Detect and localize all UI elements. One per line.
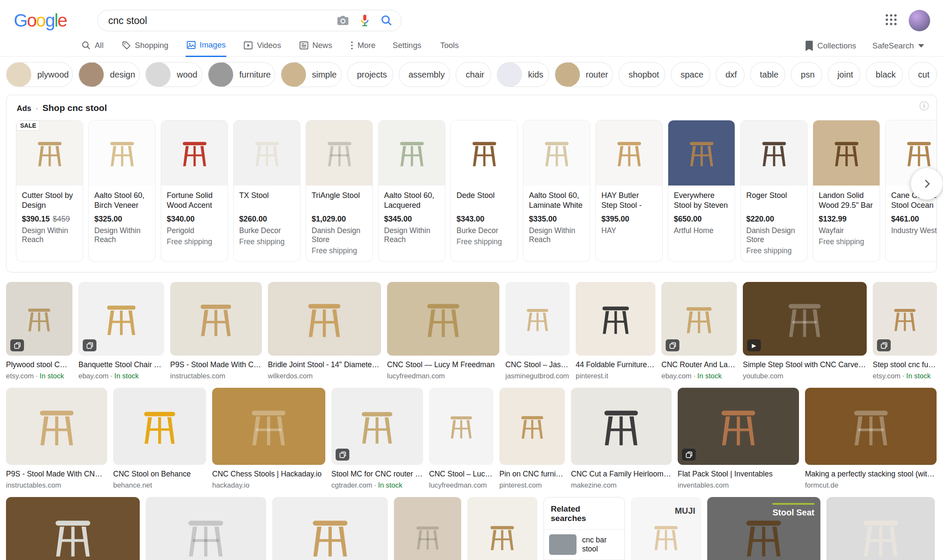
filter-chip[interactable]: simple xyxy=(281,62,342,87)
image-result[interactable]: Flat Pack Stool | Inventables inventable… xyxy=(678,388,799,489)
ad-product-image[interactable] xyxy=(89,120,155,186)
tab-images[interactable]: Images xyxy=(186,40,227,57)
ad-title[interactable]: Aalto Stool 60, Lacquered Green … xyxy=(384,191,439,211)
result-title[interactable]: CNC Stool – Jasmine … xyxy=(505,360,570,369)
result-thumbnail[interactable] xyxy=(571,388,672,465)
ad-title[interactable]: TriAngle Stool xyxy=(312,191,367,211)
camera-search-icon[interactable] xyxy=(337,15,349,26)
ad-title[interactable]: Cutter Stool by Design Within… xyxy=(22,191,77,211)
result-title[interactable]: Flat Pack Stool | Inventables xyxy=(678,470,799,479)
result-source[interactable]: pinterest.it xyxy=(576,372,608,380)
ad-card[interactable]: Aalto Stool 60, Laminate White by… $335.… xyxy=(523,120,590,262)
result-source[interactable]: lucyfreedman.com xyxy=(429,481,487,489)
result-thumbnail[interactable] xyxy=(212,388,325,465)
filter-chip[interactable]: wood xyxy=(145,62,202,87)
result-source[interactable]: etsy.com xyxy=(873,372,901,380)
result-source[interactable]: wilkerdos.com xyxy=(268,372,313,380)
result-thumbnail[interactable] xyxy=(146,497,266,560)
result-title[interactable]: CNC Cut a Family Heirloom Step Stool … xyxy=(571,470,672,479)
result-thumbnail[interactable] xyxy=(678,388,799,465)
ad-title[interactable]: Aalto Stool 60, Laminate White by… xyxy=(529,191,584,211)
ad-card[interactable]: Landon Solid Wood 29.5" Bar Stool… $132.… xyxy=(813,120,880,262)
image-result[interactable]: CRAFTMANSHIP | CNC St… thedesignwalker.i… xyxy=(467,497,538,560)
ad-title[interactable]: Dede Stool xyxy=(456,191,512,211)
filter-chip[interactable]: shopbot xyxy=(619,62,665,87)
tab-more[interactable]: More xyxy=(349,41,376,56)
filter-chip[interactable]: psn xyxy=(791,62,822,87)
search-input[interactable] xyxy=(108,15,337,27)
image-result[interactable]: Bridle Joint Stool - 14" Diameter x 19 …… xyxy=(268,282,381,380)
result-title[interactable]: Step stool cnc furniture cnc… xyxy=(873,360,937,369)
result-thumbnail[interactable] xyxy=(268,282,381,356)
image-result[interactable]: CNC Stool – Jasmine … jasminegutbrod.com xyxy=(505,282,570,380)
image-result[interactable]: ShopBot Stools | Cnc w… pinterest.com xyxy=(394,497,461,560)
ad-product-image[interactable] xyxy=(523,120,590,186)
ad-product-image[interactable] xyxy=(451,120,517,186)
image-result[interactable]: P9S - Stool Made With CNC Router : 13… i… xyxy=(6,388,107,489)
image-result[interactable]: CNC Stool on Behance behance.net xyxy=(113,388,206,489)
result-thumbnail[interactable] xyxy=(170,282,262,356)
ad-card[interactable]: Aalto Stool 60, Lacquered Green … $345.0… xyxy=(378,120,445,262)
ad-title[interactable]: Roger Stool xyxy=(746,191,802,211)
ad-card[interactable]: SALE Cutter Stool by Design Within… $390… xyxy=(16,120,83,262)
result-source[interactable]: etsy.com xyxy=(6,372,34,380)
result-thumbnail[interactable] xyxy=(113,388,206,465)
filter-chip[interactable]: assembly xyxy=(399,62,450,87)
result-thumbnail[interactable] xyxy=(429,388,493,465)
ad-title[interactable]: Aalto Stool 60, Birch Veneer by… xyxy=(94,191,150,211)
filter-chip[interactable]: chair xyxy=(456,62,491,87)
result-title[interactable]: Bridle Joint Stool - 14" Diameter x 19 … xyxy=(268,360,381,369)
filter-chip[interactable]: joint xyxy=(828,62,860,87)
voice-search-icon[interactable] xyxy=(360,14,369,27)
result-thumbnail[interactable] xyxy=(78,282,164,356)
ad-product-image[interactable] xyxy=(813,120,880,186)
ad-card[interactable]: TriAngle Stool $1,029.00 Danish Design S… xyxy=(306,120,373,262)
image-result[interactable]: ▶ Simple Step Stool with CNC Carved Top … xyxy=(743,282,867,380)
ad-product-image[interactable] xyxy=(306,120,372,186)
result-title[interactable]: CNC Router And Laser Wo… xyxy=(661,360,737,369)
result-thumbnail[interactable] xyxy=(576,282,655,356)
image-result[interactable]: CNC Router And Laser Wo… ebay.com·In sto… xyxy=(661,282,737,380)
result-thumbnail[interactable]: Stool Seat xyxy=(707,497,820,560)
result-thumbnail[interactable] xyxy=(331,388,423,465)
tab-videos[interactable]: Videos xyxy=(243,41,282,56)
result-title[interactable]: CNC Chess Stools | Hackaday.io xyxy=(212,470,325,479)
image-result[interactable]: CNC Cut a Family Heirloom Step Stool … m… xyxy=(571,388,672,489)
result-source[interactable]: instructables.com xyxy=(6,481,61,489)
result-source[interactable]: formcut.de xyxy=(805,481,838,489)
ad-card[interactable]: HAY Butler Step Stool - Oak $395.00 HAY xyxy=(595,120,663,262)
filter-chip[interactable]: black xyxy=(866,62,903,87)
filter-chip[interactable]: projects xyxy=(347,62,393,87)
image-result[interactable]: CNC Stool — Lucy M Freedman lucyfreedman… xyxy=(387,282,499,380)
result-source[interactable]: jasminegutbrod.com xyxy=(505,372,569,380)
result-title[interactable]: Simple Step Stool with CNC Carved Top … xyxy=(743,360,867,369)
result-source[interactable]: makezine.com xyxy=(571,481,616,489)
result-source[interactable]: ebay.com xyxy=(661,372,691,380)
carousel-next-button[interactable] xyxy=(911,168,943,200)
ad-card[interactable]: Everywhere Stool by Steven M. Whit… $650… xyxy=(668,120,735,262)
image-result[interactable]: Step stool cnc furniture cnc… etsy.com·I… xyxy=(873,282,937,380)
apps-grid-icon[interactable] xyxy=(885,13,898,28)
profile-avatar[interactable] xyxy=(909,10,930,31)
result-source[interactable]: pinterest.com xyxy=(499,481,542,489)
result-thumbnail[interactable] xyxy=(6,282,72,356)
result-source[interactable]: inventables.com xyxy=(678,481,729,489)
filter-chip[interactable]: space xyxy=(671,62,710,87)
result-title[interactable]: Stool MC for CNC router cut … xyxy=(331,470,423,479)
search-submit-icon[interactable] xyxy=(381,15,393,27)
ad-card[interactable]: Fortune Solid Wood Accent Stool Red… $34… xyxy=(161,120,228,262)
result-title[interactable]: CNC Stool — Lucy M Freedman xyxy=(387,360,499,369)
ads-info-icon[interactable]: i xyxy=(919,101,929,111)
result-title[interactable]: 44 Foldable Furniture Design… xyxy=(576,360,655,369)
collections-button[interactable]: Collections xyxy=(805,41,856,51)
tab-all[interactable]: All xyxy=(81,41,105,56)
ad-product-image[interactable] xyxy=(378,120,445,186)
ad-product-image[interactable] xyxy=(161,120,228,186)
image-result[interactable]: Plywood stool CNC rou… etsy.com·In stock xyxy=(6,282,72,380)
ad-title[interactable]: TX Stool xyxy=(239,191,294,211)
result-thumbnail[interactable] xyxy=(499,388,565,465)
filter-chip[interactable]: dxf xyxy=(716,62,745,87)
result-thumbnail[interactable] xyxy=(272,497,388,560)
image-result[interactable]: Making a perfectly stacking stool (with … xyxy=(805,388,937,489)
ad-card[interactable]: Dede Stool $343.00 Burke Decor Free ship… xyxy=(450,120,518,262)
